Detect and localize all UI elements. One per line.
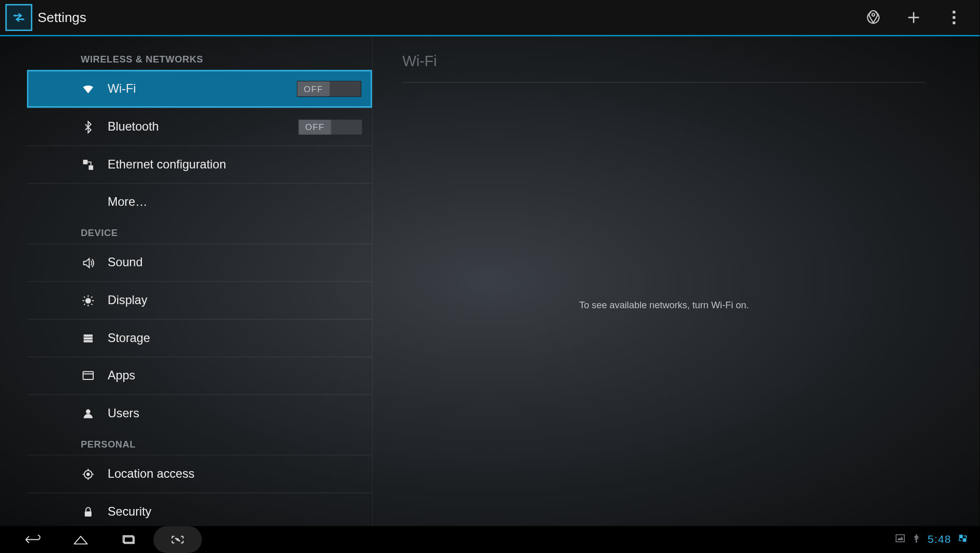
sidebar-item-label: Display xyxy=(108,293,363,308)
svg-rect-24 xyxy=(963,538,966,542)
sidebar-item-label: Storage xyxy=(108,331,363,345)
sidebar-item-label: Sound xyxy=(108,256,363,270)
sidebar-item-storage[interactable]: Storage xyxy=(27,319,372,357)
bluetooth-icon xyxy=(81,119,96,134)
settings-sidebar: WIRELESS & NETWORKS Wi-Fi OFF Bluetooth … xyxy=(27,36,373,526)
users-icon xyxy=(81,406,96,421)
svg-point-4 xyxy=(86,297,91,303)
storage-icon xyxy=(81,331,96,346)
detail-pane: Wi-Fi To see available networks, turn Wi… xyxy=(373,36,953,526)
status-area[interactable]: 5:48 xyxy=(896,534,972,546)
svg-rect-6 xyxy=(83,337,93,339)
sidebar-item-location[interactable]: Location access xyxy=(27,455,372,493)
svg-point-19 xyxy=(176,538,177,539)
sidebar-item-label: Security xyxy=(108,505,363,519)
adb-icon xyxy=(958,534,967,546)
sound-icon xyxy=(81,256,96,270)
app-title: Settings xyxy=(38,10,87,25)
sidebar-item-bluetooth[interactable]: Bluetooth OFF xyxy=(27,108,372,145)
sidebar-item-security[interactable]: Security xyxy=(27,493,372,526)
add-network-button[interactable] xyxy=(893,0,934,36)
location-icon xyxy=(81,466,96,481)
sidebar-item-label: Location access xyxy=(108,467,363,481)
sidebar-item-display[interactable]: Display xyxy=(27,281,372,319)
section-header-personal: PERSONAL xyxy=(27,432,372,455)
wifi-icon xyxy=(81,81,96,96)
sidebar-item-apps[interactable]: Apps xyxy=(27,356,372,394)
recents-button[interactable] xyxy=(105,526,154,553)
back-button[interactable] xyxy=(8,526,57,553)
bluetooth-toggle[interactable]: OFF xyxy=(298,119,363,135)
sidebar-item-ethernet[interactable]: Ethernet configuration xyxy=(27,145,372,183)
toggle-off-label: OFF xyxy=(297,81,330,96)
sidebar-item-label: More… xyxy=(108,195,363,209)
svg-rect-23 xyxy=(959,535,963,538)
picture-icon xyxy=(896,534,905,546)
body-container: WIRELESS & NETWORKS Wi-Fi OFF Bluetooth … xyxy=(0,36,979,526)
sidebar-item-label: Users xyxy=(108,407,363,421)
section-header-device: DEVICE xyxy=(27,221,372,244)
svg-point-9 xyxy=(86,409,91,414)
toggle-off-label: OFF xyxy=(299,119,331,134)
svg-rect-5 xyxy=(83,334,93,336)
svg-rect-8 xyxy=(83,371,93,379)
action-bar: Settings xyxy=(0,0,979,36)
settings-app-icon xyxy=(6,4,33,31)
apps-icon xyxy=(81,368,96,383)
wifi-toggle[interactable]: OFF xyxy=(296,81,361,97)
status-clock: 5:48 xyxy=(928,534,951,546)
svg-rect-21 xyxy=(896,535,904,542)
sidebar-item-more[interactable]: More… xyxy=(27,183,372,221)
svg-point-22 xyxy=(915,541,917,542)
overflow-icon xyxy=(953,11,955,24)
svg-point-1 xyxy=(22,18,24,20)
sidebar-item-label: Wi-Fi xyxy=(108,82,296,96)
sidebar-item-wifi[interactable]: Wi-Fi OFF xyxy=(27,70,372,108)
sidebar-item-label: Bluetooth xyxy=(108,120,298,134)
section-header-wireless: WIRELESS & NETWORKS xyxy=(27,47,372,70)
sidebar-item-label: Ethernet configuration xyxy=(108,157,363,172)
overflow-menu-button[interactable] xyxy=(934,0,974,36)
empty-state-message: To see available networks, turn Wi-Fi on… xyxy=(579,299,749,310)
svg-point-0 xyxy=(14,15,16,17)
detail-title: Wi-Fi xyxy=(402,52,926,82)
sidebar-item-users[interactable]: Users xyxy=(27,394,372,432)
usb-icon xyxy=(911,534,921,546)
svg-point-20 xyxy=(179,540,180,541)
svg-rect-7 xyxy=(83,340,93,342)
display-icon xyxy=(81,293,96,308)
sidebar-item-label: Apps xyxy=(108,369,363,383)
sidebar-item-sound[interactable]: Sound xyxy=(27,244,372,282)
home-button[interactable] xyxy=(56,526,105,553)
wps-button[interactable] xyxy=(853,0,893,36)
svg-rect-12 xyxy=(85,511,92,516)
ethernet-icon xyxy=(81,157,96,172)
svg-rect-3 xyxy=(89,165,93,169)
svg-point-10 xyxy=(87,472,90,476)
svg-point-18 xyxy=(177,539,178,540)
navigation-bar: 5:48 xyxy=(0,526,979,553)
screenshot-button[interactable] xyxy=(154,526,202,553)
security-icon xyxy=(81,504,96,519)
svg-rect-2 xyxy=(83,159,88,164)
